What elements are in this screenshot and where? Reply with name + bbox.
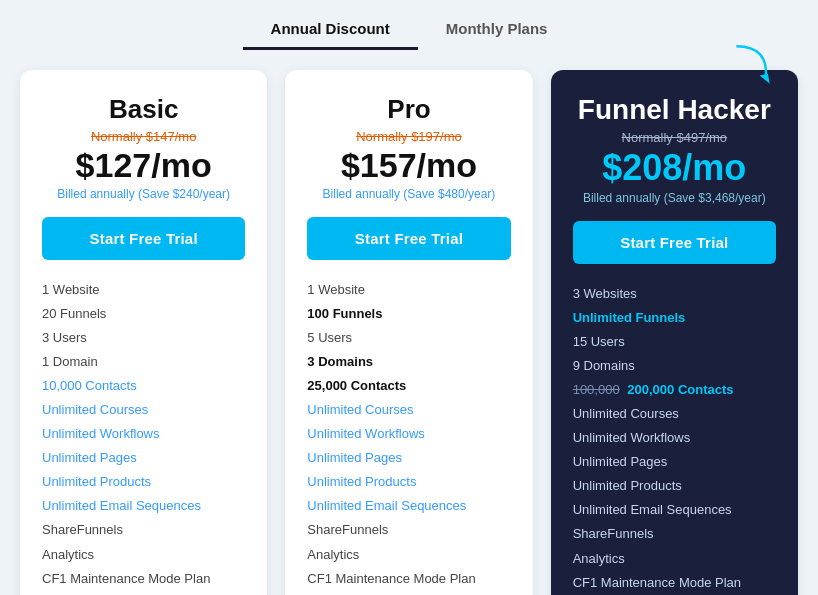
basic-features-list: 1 Website 20 Funnels 3 Users 1 Domain 10… <box>42 278 245 595</box>
pro-billing-note: Billed annually (Save $480/year) <box>307 187 510 201</box>
pro-plan-card: Pro Normally $197/mo $157/mo Billed annu… <box>285 70 532 595</box>
list-item: ShareFunnels <box>42 518 245 542</box>
list-item: CF1 Maintenance Mode Plan <box>42 567 245 591</box>
list-item: Unlimited Workflows <box>573 426 776 450</box>
arrow-decoration <box>728 40 778 90</box>
list-item: 20 Funnels <box>42 302 245 326</box>
fh-plan-name: Funnel Hacker <box>573 94 776 126</box>
pro-plan-name: Pro <box>307 94 510 125</box>
list-item: Unlimited Workflows <box>307 422 510 446</box>
svg-marker-0 <box>760 74 770 84</box>
list-item: Unlimited Funnels <box>573 306 776 330</box>
basic-cta-top[interactable]: Start Free Trial <box>42 217 245 260</box>
basic-billing-note: Billed annually (Save $240/year) <box>42 187 245 201</box>
list-item: Unlimited Email Sequences <box>573 498 776 522</box>
list-item: Unlimited Products <box>573 474 776 498</box>
pro-main-price: $157/mo <box>307 146 510 185</box>
list-item: 1 Website <box>307 278 510 302</box>
list-item: Unlimited Courses <box>307 398 510 422</box>
list-item: Unlimited Courses <box>573 402 776 426</box>
list-item: 100,000 200,000 Contacts <box>573 378 776 402</box>
list-item: 3 Users <box>42 326 245 350</box>
funnel-hacker-plan-card: Funnel Hacker Normally $497/mo $208/mo B… <box>551 70 798 595</box>
list-item: 5 Users <box>307 326 510 350</box>
list-item: CF1 Maintenance Mode Plan <box>307 567 510 591</box>
fh-billing-note: Billed annually (Save $3,468/year) <box>573 191 776 205</box>
list-item: 9 Domains <box>573 354 776 378</box>
list-item: 3 Domains <box>307 350 510 374</box>
list-item: Analytics <box>573 547 776 571</box>
list-item: Analytics <box>307 543 510 567</box>
list-item: Unlimited Courses <box>42 398 245 422</box>
tab-monthly-plans[interactable]: Monthly Plans <box>418 10 576 50</box>
list-item: Unlimited Email Sequences <box>307 494 510 518</box>
pro-features-list: 1 Website 100 Funnels 5 Users 3 Domains … <box>307 278 510 595</box>
pro-normal-price: Normally $197/mo <box>307 129 510 144</box>
list-item: 25,000 Contacts <box>307 374 510 398</box>
list-item: 10,000 Contacts <box>42 374 245 398</box>
fh-cta-top[interactable]: Start Free Trial <box>573 221 776 264</box>
basic-main-price: $127/mo <box>42 146 245 185</box>
fh-features-list: 3 Websites Unlimited Funnels 15 Users 9 … <box>573 282 776 595</box>
basic-plan-name: Basic <box>42 94 245 125</box>
list-item: ShareFunnels <box>307 518 510 542</box>
list-item: Unlimited Pages <box>573 450 776 474</box>
list-item: Unlimited Pages <box>42 446 245 470</box>
pro-cta-top[interactable]: Start Free Trial <box>307 217 510 260</box>
list-item: CF1 Maintenance Mode Plan <box>573 571 776 595</box>
list-item: Unlimited Pages <box>307 446 510 470</box>
strikethrough-text: 100,000 <box>573 382 620 397</box>
list-item: Unlimited Products <box>307 470 510 494</box>
fh-main-price: $208/mo <box>573 147 776 189</box>
list-item: API Access <box>307 591 510 595</box>
basic-normal-price: Normally $147/mo <box>42 129 245 144</box>
list-item: Unlimited Products <box>42 470 245 494</box>
list-item: 1 Website <box>42 278 245 302</box>
list-item: ShareFunnels <box>573 522 776 546</box>
list-item: Analytics <box>42 543 245 567</box>
list-item: 100 Funnels <box>307 302 510 326</box>
list-item: 3 Websites <box>573 282 776 306</box>
list-item: 15 Users <box>573 330 776 354</box>
list-item: 1 Domain <box>42 350 245 374</box>
highlight-text: 200,000 Contacts <box>627 382 733 397</box>
basic-plan-card: Basic Normally $147/mo $127/mo Billed an… <box>20 70 267 595</box>
tab-annual-discount[interactable]: Annual Discount <box>243 10 418 50</box>
fh-normal-price: Normally $497/mo <box>573 130 776 145</box>
list-item: Unlimited Email Sequences <box>42 494 245 518</box>
pricing-cards: Basic Normally $147/mo $127/mo Billed an… <box>20 70 798 595</box>
list-item: Unlimited Workflows <box>42 422 245 446</box>
plan-tabs: Annual Discount Monthly Plans <box>243 10 576 50</box>
